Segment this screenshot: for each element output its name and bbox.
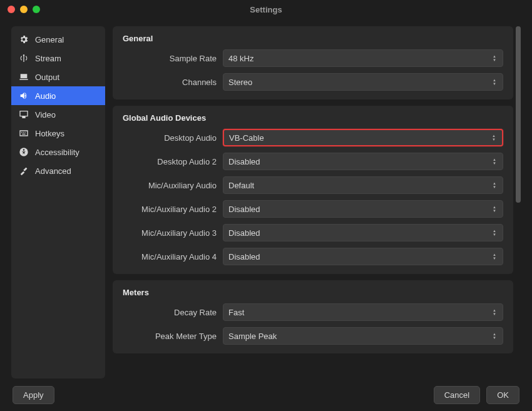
select-mic-aux-4[interactable]: Disabled ▲▼: [223, 248, 503, 265]
sidebar-item-label: Stream: [35, 54, 61, 63]
select-mic-aux[interactable]: Default ▲▼: [223, 176, 503, 194]
minimize-window-button[interactable]: [20, 6, 28, 13]
select-value: Disabled: [228, 205, 260, 214]
label-channels: Channels: [123, 78, 223, 87]
sidebar-item-general[interactable]: General: [11, 30, 105, 49]
sidebar-item-label: Audio: [35, 91, 56, 101]
sidebar-item-advanced[interactable]: Advanced: [11, 161, 105, 180]
select-mic-aux-3[interactable]: Disabled ▲▼: [223, 224, 503, 241]
label-mic-aux: Mic/Auxiliary Audio: [123, 181, 223, 190]
row-mic-aux: Mic/Auxiliary Audio Default ▲▼: [123, 176, 503, 194]
label-decay-rate: Decay Rate: [123, 308, 223, 317]
settings-sidebar: General Stream Output Audio Video: [11, 26, 105, 378]
gear-icon: [19, 34, 29, 44]
stepper-icon: ▲▼: [491, 253, 498, 260]
scrollbar[interactable]: [516, 26, 521, 203]
select-value: Sample Peak: [228, 332, 277, 341]
select-value: Disabled: [228, 252, 260, 261]
settings-panels: General Sample Rate 48 kHz ▲▼ Channels S…: [113, 26, 513, 378]
select-value: Default: [228, 181, 254, 190]
keyboard-icon: [19, 128, 29, 138]
sidebar-item-stream[interactable]: Stream: [11, 49, 105, 68]
panel-meters-heading: Meters: [123, 288, 503, 297]
row-mic-aux-2: Mic/Auxiliary Audio 2 Disabled ▲▼: [123, 200, 503, 218]
select-value: Stereo: [228, 78, 252, 87]
apply-button[interactable]: Apply: [13, 386, 54, 404]
row-peak-meter-type: Peak Meter Type Sample Peak ▲▼: [123, 327, 503, 345]
panel-general-heading: General: [123, 34, 503, 43]
stepper-icon: ▲▼: [491, 182, 498, 189]
sidebar-item-audio[interactable]: Audio: [11, 86, 105, 105]
sidebar-item-label: Video: [35, 110, 56, 119]
accessibility-icon: [19, 147, 29, 157]
stepper-icon: ▲▼: [491, 309, 498, 316]
panel-devices-heading: Global Audio Devices: [123, 113, 503, 123]
label-peak-meter-type: Peak Meter Type: [123, 332, 223, 341]
select-value: VB-Cable: [229, 133, 264, 143]
dialog-footer: Apply Cancel OK: [0, 378, 532, 411]
row-mic-aux-4: Mic/Auxiliary Audio 4 Disabled ▲▼: [123, 248, 503, 265]
sidebar-item-label: Advanced: [35, 166, 71, 176]
window-controls: [8, 6, 40, 13]
sidebar-item-video[interactable]: Video: [11, 105, 105, 124]
row-sample-rate: Sample Rate 48 kHz ▲▼: [123, 49, 503, 67]
close-window-button[interactable]: [8, 6, 15, 13]
tools-icon: [19, 166, 29, 176]
label-mic-aux-2: Mic/Auxiliary Audio 2: [123, 205, 223, 214]
content-area: General Stream Output Audio Video: [0, 19, 532, 378]
stepper-icon: ▲▼: [491, 206, 498, 213]
panel-global-audio-devices: Global Audio Devices Desktop Audio VB-Ca…: [113, 106, 513, 274]
output-icon: [19, 72, 29, 82]
ok-button[interactable]: OK: [486, 386, 519, 404]
label-mic-aux-4: Mic/Auxiliary Audio 4: [123, 252, 223, 261]
select-decay-rate[interactable]: Fast ▲▼: [223, 303, 503, 321]
speaker-icon: [19, 91, 29, 101]
maximize-window-button[interactable]: [33, 6, 40, 13]
svg-point-1: [23, 149, 25, 151]
stepper-icon: ▲▼: [491, 333, 498, 340]
panel-general: General Sample Rate 48 kHz ▲▼ Channels S…: [113, 26, 513, 99]
row-desktop-audio: Desktop Audio VB-Cable ▲▼: [123, 129, 503, 146]
select-value: Fast: [228, 308, 244, 317]
select-value: Disabled: [228, 228, 260, 238]
panel-meters: Meters Decay Rate Fast ▲▼ Peak Meter Typ…: [113, 280, 513, 353]
select-value: 48 kHz: [228, 54, 253, 63]
label-desktop-audio-2: Desktop Audio 2: [123, 157, 223, 166]
sidebar-item-output[interactable]: Output: [11, 68, 105, 86]
antenna-icon: [19, 53, 29, 63]
select-sample-rate[interactable]: 48 kHz ▲▼: [223, 49, 503, 67]
sidebar-item-accessibility[interactable]: Accessibility: [11, 143, 105, 161]
titlebar: Settings: [0, 0, 532, 19]
stepper-icon: ▲▼: [491, 79, 498, 86]
cancel-button[interactable]: Cancel: [434, 386, 480, 404]
settings-main: General Sample Rate 48 kHz ▲▼ Channels S…: [113, 26, 521, 378]
label-mic-aux-3: Mic/Auxiliary Audio 3: [123, 228, 223, 238]
row-desktop-audio-2: Desktop Audio 2 Disabled ▲▼: [123, 153, 503, 170]
sidebar-item-label: Hotkeys: [35, 129, 64, 138]
select-value: Disabled: [228, 157, 260, 166]
sidebar-item-label: Accessibility: [35, 148, 79, 157]
sidebar-item-label: General: [35, 35, 64, 44]
select-desktop-audio-2[interactable]: Disabled ▲▼: [223, 153, 503, 170]
stepper-icon: ▲▼: [491, 158, 498, 165]
select-desktop-audio[interactable]: VB-Cable ▲▼: [223, 129, 503, 146]
sidebar-item-label: Output: [35, 73, 59, 82]
label-sample-rate: Sample Rate: [123, 54, 223, 63]
sidebar-item-hotkeys[interactable]: Hotkeys: [11, 124, 105, 143]
stepper-icon: ▲▼: [491, 230, 498, 236]
select-channels[interactable]: Stereo ▲▼: [223, 73, 503, 91]
stepper-icon: ▲▼: [491, 134, 497, 141]
window-title: Settings: [0, 5, 532, 14]
select-peak-meter-type[interactable]: Sample Peak ▲▼: [223, 327, 503, 345]
select-mic-aux-2[interactable]: Disabled ▲▼: [223, 200, 503, 218]
scrollbar-thumb[interactable]: [516, 26, 521, 203]
label-desktop-audio: Desktop Audio: [123, 133, 223, 143]
row-mic-aux-3: Mic/Auxiliary Audio 3 Disabled ▲▼: [123, 224, 503, 241]
monitor-icon: [19, 109, 29, 119]
stepper-icon: ▲▼: [491, 55, 498, 62]
row-channels: Channels Stereo ▲▼: [123, 73, 503, 91]
row-decay-rate: Decay Rate Fast ▲▼: [123, 303, 503, 321]
